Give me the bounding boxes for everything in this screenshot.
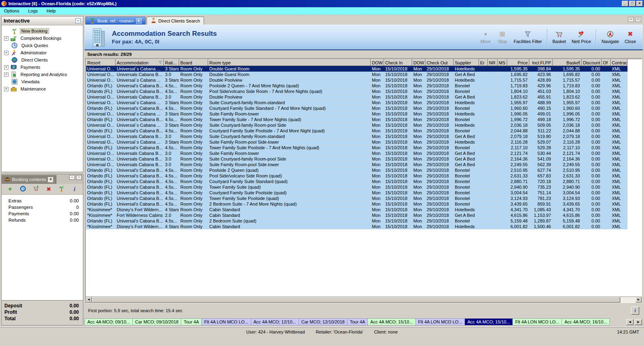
tab-direct-clients-search[interactable]: Direct Clients Search xyxy=(147,16,204,25)
sidebar-item-maintenance[interactable]: +Maintenance xyxy=(2,85,83,93)
maximize-panel-button[interactable]: □ xyxy=(76,175,82,180)
table-row[interactable]: Orlando (FL)Universal's Cabana B...4.5s.… xyxy=(86,89,627,94)
sidebar-item-administrator[interactable]: +Administrator xyxy=(2,49,83,56)
table-row[interactable]: *Kissimmee*Disney's Fort Wildern...4 Sta… xyxy=(86,224,627,229)
itinerary-tab[interactable]: Acc 4A MCO; 09/10... xyxy=(85,318,133,325)
collapse-panel-button[interactable]: – xyxy=(75,18,81,23)
sidebar-item-new-booking[interactable]: New Booking xyxy=(2,27,83,35)
column-header-discount[interactable]: Discount xyxy=(582,60,602,66)
sidebar-item-reporting-and-analytics[interactable]: +Reporting and Analytics xyxy=(2,71,83,78)
plus-button[interactable]: + xyxy=(7,186,14,193)
expander-plus-icon[interactable]: + xyxy=(4,36,8,41)
itinerary-tab[interactable]: Car MCO; 09/10/2018 xyxy=(133,318,182,325)
sidebar-item-quick-quotes[interactable]: Quick Quotes xyxy=(2,42,83,49)
table-row[interactable]: Universal O...Universals Cabana B...3.0R… xyxy=(86,94,627,100)
scrollbar-thumb[interactable] xyxy=(92,297,620,303)
basket-add-button[interactable] xyxy=(33,186,39,193)
table-row[interactable]: Universal O...Universals Cabana B...3.0R… xyxy=(86,72,627,77)
column-header-room-type[interactable]: Room type xyxy=(208,60,371,66)
column-header-board[interactable]: Board xyxy=(179,60,208,66)
close-button[interactable]: × xyxy=(636,1,643,6)
itinerary-tab[interactable]: Flt 4A LON MCO LO... xyxy=(416,318,465,325)
table-row[interactable]: Universal O...Universals Cabana B...3.0R… xyxy=(86,162,627,167)
close-button[interactable]: ✖Close xyxy=(622,30,639,45)
table-row[interactable]: Universal O...Universal´s Cabana ...3 St… xyxy=(86,100,627,105)
table-row[interactable]: Orlando (FL)Universal's Cabana B...4.5s.… xyxy=(86,201,627,207)
facilities-filter-button[interactable]: Facilities Filter xyxy=(511,30,545,45)
column-header-price[interactable]: Price xyxy=(507,60,529,66)
table-row[interactable]: Universal O...Universals Cabana B...3.0R… xyxy=(86,134,627,139)
table-row[interactable]: Orlando (FL)Universal's Cabana B...4.5s.… xyxy=(86,83,627,89)
column-header-contract[interactable]: Contract xyxy=(611,60,627,66)
column-header-dow[interactable]: DOW xyxy=(412,60,425,66)
mdi-minimize-button[interactable]: ─ xyxy=(628,17,634,22)
info-button[interactable]: i xyxy=(71,186,78,193)
table-row[interactable]: Orlando (FL)Universal's Cabana B...4.5s.… xyxy=(86,117,627,122)
itinerary-tab[interactable]: Acc 4A MCO; 15/10... xyxy=(368,318,416,325)
table-row[interactable]: *Kissimmee*Disney's Fort Wildern...4 Sta… xyxy=(86,207,627,212)
column-header-ms[interactable]: MS xyxy=(497,60,507,66)
expander-plus-icon[interactable]: + xyxy=(4,65,8,70)
table-row[interactable]: Orlando (FL)Universal's Cabana B...4.5s.… xyxy=(86,218,627,224)
nett-price-button[interactable]: Nett Price xyxy=(569,30,594,45)
table-row[interactable]: Orlando (FL)Universal's Cabana B...4.5s.… xyxy=(86,196,627,201)
table-row[interactable]: Orlando (FL)Universal's Cabana B...4.5s.… xyxy=(86,173,627,179)
scroll-right-arrow-icon[interactable]: ► xyxy=(636,297,642,303)
itinerary-tab[interactable]: Flt 4A LON MCO LO... xyxy=(513,318,562,325)
column-header-of[interactable]: Of xyxy=(602,60,611,66)
itinerary-tab[interactable]: Car MCO; 12/10/2018 xyxy=(299,318,348,325)
column-header-dow[interactable]: DOW xyxy=(371,60,384,66)
minimize-panel-button[interactable]: ─ xyxy=(69,175,75,180)
minimize-button[interactable]: _ xyxy=(622,1,628,6)
itinerary-tab[interactable]: Flt 4A LON MCO LO... xyxy=(202,318,251,325)
booking-summary-row-payments[interactable]: Payments0.00 xyxy=(2,210,83,217)
table-row[interactable]: Universal O...Universal´s Cabana ...3 St… xyxy=(86,66,627,72)
tab-scroll-right-icon[interactable]: ► xyxy=(635,319,642,325)
column-header-er[interactable]: Er xyxy=(479,60,488,66)
itinerary-tab[interactable]: Tour 4A xyxy=(181,318,202,325)
column-header-accommodation[interactable]: Accommodation xyxy=(116,60,164,66)
table-row[interactable]: Orlando (FL)Universal's Cabana B...4.5s.… xyxy=(86,184,627,190)
table-row[interactable]: Orlando (FL)Universal's Cabana B...4.5s.… xyxy=(86,190,627,196)
horizontal-scrollbar[interactable]: ◄ ► xyxy=(86,297,642,303)
sidebar-item-direct-clients[interactable]: Direct Clients xyxy=(2,56,83,64)
expander-plus-icon[interactable]: + xyxy=(4,51,8,55)
booking-summary-row-refunds[interactable]: Refunds0.00 xyxy=(2,217,83,223)
column-header-incl-fl-pp[interactable]: Incl.Fl.PP xyxy=(529,60,553,66)
table-row[interactable]: Orlando (FL)Universal's Cabana B...4.5s.… xyxy=(86,105,627,111)
table-row[interactable]: Universal O...Universals Cabana B...3.0R… xyxy=(86,150,627,156)
booking-contents-tab[interactable]: Booking contents × xyxy=(2,175,56,184)
table-row[interactable]: Universal O...Universal´s Cabana ...3 St… xyxy=(86,122,627,128)
expander-plus-icon[interactable]: + xyxy=(4,72,8,77)
navigate-button[interactable]: Navigate xyxy=(599,30,621,45)
table-row[interactable]: Universal O...Universals Cabana B...3.0R… xyxy=(86,156,627,162)
itinerary-tab[interactable]: Acc 4A MCO; 15/10... xyxy=(465,318,513,325)
table-row[interactable]: *Kissimmee*Fort Wilderness Cabins2.0Room… xyxy=(86,212,627,218)
booking-summary-row-passengers[interactable]: Passengers0 xyxy=(2,204,83,210)
sidebar-item-viewdata[interactable]: Viewdata xyxy=(2,78,83,85)
menu-options[interactable]: Options xyxy=(4,8,19,13)
column-header-basket[interactable]: Basket▼ xyxy=(553,60,582,66)
table-row[interactable]: Universal O...Universal´s Cabana ...3 St… xyxy=(86,139,627,145)
sidebar-item-payments[interactable]: +$Payments xyxy=(2,64,83,71)
table-row[interactable]: Orlando (FL)Universal's Cabana B...4.5s.… xyxy=(86,128,627,134)
tab-scroll-left-icon[interactable]: ◄ xyxy=(626,319,634,325)
booking-summary-row-extras[interactable]: Extras0.00 xyxy=(2,198,83,204)
info-button[interactable]: i xyxy=(631,307,639,315)
availability-clock-button[interactable] xyxy=(20,186,27,193)
expander-plus-icon[interactable]: + xyxy=(4,87,8,91)
column-header-check-out[interactable]: Check Out xyxy=(425,60,454,66)
itinerary-tab[interactable]: Acc 4A MCO; 12/10... xyxy=(251,318,299,325)
column-header-rati-[interactable]: Rati... xyxy=(164,60,179,66)
column-header-nr[interactable]: NR xyxy=(488,60,497,66)
column-header-check-in[interactable]: Check In xyxy=(384,60,412,66)
scroll-left-arrow-icon[interactable]: ◄ xyxy=(86,297,92,303)
table-row[interactable]: Orlando (FL)Universal's Cabana B...4.5s.… xyxy=(86,167,627,173)
tab-book-ref-none-[interactable]: Book. ref.: <none>× xyxy=(85,16,146,25)
menu-help[interactable]: Help xyxy=(47,8,56,13)
basket-button[interactable]: Basket xyxy=(550,30,569,45)
delete-button[interactable]: ✖ xyxy=(45,186,52,193)
tab-close-icon[interactable]: × xyxy=(136,18,142,24)
table-row[interactable]: Orlando (FL)Universal's Cabana B...4.5s.… xyxy=(86,145,627,150)
palm-tree-button[interactable] xyxy=(58,186,65,193)
